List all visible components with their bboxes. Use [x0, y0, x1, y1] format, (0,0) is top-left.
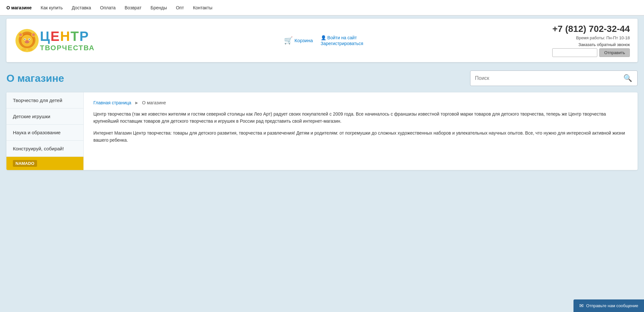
site-header: ЦЕНТР ТВОРЧЕСТВА 🛒 Корзина 👤 Войти на са… [6, 19, 638, 62]
work-hours: Время работы: Пн-Пт 10-18 [552, 35, 630, 40]
header-right: +7 (812) 702-32-44 Время работы: Пн-Пт 1… [552, 24, 630, 57]
sidebar: Творчество для детей Детские игрушки Нау… [6, 92, 84, 170]
logo-subtitle: ТВОРЧЕСТВА [40, 44, 95, 52]
cart-label: Корзина [295, 38, 313, 43]
cart-icon: 🛒 [284, 36, 293, 45]
nav-payment[interactable]: Оплата [100, 5, 116, 10]
svg-point-15 [28, 48, 33, 51]
login-link[interactable]: 👤 Войти на сайт [321, 35, 357, 40]
breadcrumb-separator: ► [134, 100, 139, 105]
search-button[interactable]: 🔍 [618, 71, 637, 86]
cart-link[interactable]: 🛒 Корзина [284, 36, 313, 45]
nav-contacts[interactable]: Контакты [193, 5, 212, 10]
article-paragraph-1: Центр творчества (так же известен жителя… [93, 110, 628, 125]
svg-point-14 [21, 48, 26, 51]
breadcrumb: Главная страница ► О магазине [93, 100, 628, 105]
sidebar-item-creativity[interactable]: Творчество для детей [6, 92, 83, 109]
page-title: О магазине [6, 72, 64, 84]
logo-tsentr-word: ЦЕНТР [40, 29, 95, 44]
logo-area: ЦЕНТР ТВОРЧЕСТВА [14, 28, 95, 53]
nav-wholesale[interactable]: Опт [176, 5, 184, 10]
cart-login-area: 🛒 Корзина 👤 Войти на сайт Зарегистрирова… [284, 35, 364, 46]
svg-point-13 [32, 33, 35, 36]
nav-delivery[interactable]: Доставка [72, 5, 91, 10]
phone-number: +7 (812) 702-32-44 [552, 24, 630, 34]
search-area: 🔍 [470, 71, 638, 86]
callback-form: Отправить [552, 48, 630, 57]
svg-point-9 [26, 40, 28, 42]
nav-brands[interactable]: Бренды [151, 5, 167, 10]
login-area: 👤 Войти на сайт Зарегистрироваться [321, 35, 363, 46]
main-content: Творчество для детей Детские игрушки Нау… [6, 92, 638, 170]
top-navigation: О магазине Как купить Доставка Оплата Во… [0, 0, 644, 15]
svg-point-11 [19, 33, 22, 36]
lion-logo-icon [14, 28, 40, 53]
login-label: Войти на сайт [327, 35, 357, 40]
callback-label: Заказать обратный звонок [552, 42, 630, 47]
sidebar-item-construct[interactable]: Конструируй, собирай! [6, 141, 83, 157]
namado-logo: NAMADO [13, 160, 37, 167]
nav-about[interactable]: О магазине [6, 5, 32, 10]
page-title-bar: О магазине 🔍 [0, 65, 644, 89]
sidebar-item-toys[interactable]: Детские игрушки [6, 109, 83, 125]
sidebar-namado[interactable]: NAMADO [6, 157, 83, 170]
register-link[interactable]: Зарегистрироваться [321, 41, 363, 46]
sidebar-item-science[interactable]: Наука и образование [6, 125, 83, 141]
nav-return[interactable]: Возврат [125, 5, 142, 10]
svg-point-7 [29, 39, 30, 40]
person-icon: 👤 [321, 35, 326, 40]
breadcrumb-home-link[interactable]: Главная страница [93, 100, 131, 105]
callback-submit-button[interactable]: Отправить [599, 48, 630, 57]
nav-how-to-buy[interactable]: Как купить [41, 5, 62, 10]
article-text: Центр творчества (так же известен жителя… [93, 110, 628, 144]
search-input[interactable] [470, 72, 618, 84]
logo-text: ЦЕНТР ТВОРЧЕСТВА [40, 29, 95, 52]
article-content: Главная страница ► О магазине Центр твор… [84, 92, 638, 170]
callback-input[interactable] [552, 48, 597, 57]
header-middle: 🛒 Корзина 👤 Войти на сайт Зарегистрирова… [284, 35, 364, 46]
article-paragraph-2: Интернет Магазин Центр творчества: товар… [93, 129, 628, 144]
svg-point-6 [24, 39, 25, 40]
breadcrumb-current: О магазине [142, 100, 166, 105]
